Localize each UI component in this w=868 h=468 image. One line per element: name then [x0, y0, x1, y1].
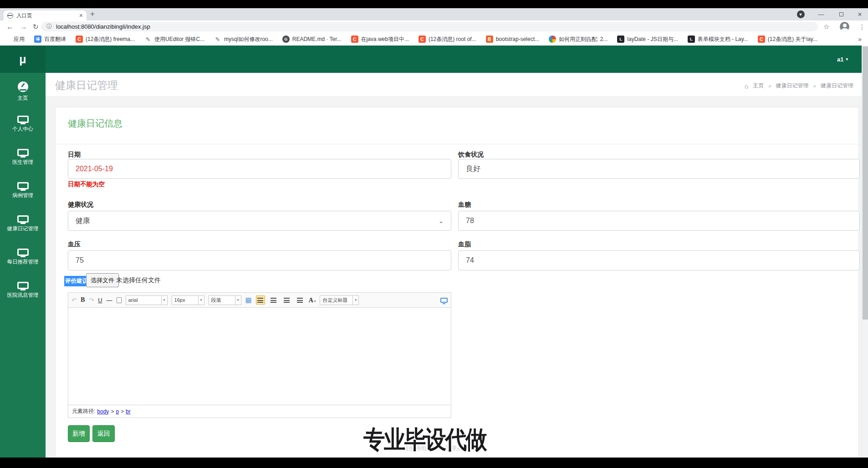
choose-file-button[interactable]: 选择文件 [86, 273, 119, 287]
blood-pressure-label: 血压 [68, 240, 451, 249]
bookmark-item[interactable]: ✎ mysql如何修改roo... [214, 36, 273, 43]
font-size-select[interactable]: 16px▾ [172, 295, 204, 305]
bookmark-star-icon[interactable]: ☆ [823, 20, 829, 33]
back-button[interactable]: ← [6, 20, 14, 33]
app-logo[interactable]: μ [0, 46, 46, 73]
bookmark-item[interactable]: L layDate - JS日期与... [617, 36, 678, 43]
bootstrap-icon: B [486, 36, 493, 43]
bookmark-item[interactable]: 如何用正则匹配: 2... [549, 36, 608, 43]
breadcrumb-home[interactable]: 主页 [753, 82, 764, 90]
insert-table-icon[interactable]: ▦ [245, 296, 252, 304]
horizontal-rule-icon[interactable]: — [107, 297, 112, 304]
browser-menu-icon[interactable]: ⋮ [859, 20, 865, 33]
page-title: 健康日记管理 [55, 78, 118, 92]
diet-label: 饮食状况 [458, 151, 860, 159]
diet-input[interactable]: 良好 [458, 159, 860, 179]
blood-lipid-label: 血脂 [458, 240, 860, 249]
blood-sugar-input[interactable]: 78 [458, 211, 860, 231]
new-tab-button[interactable]: + [90, 10, 95, 19]
sidebar-item-daily-recommend[interactable]: 每日推荐管理 [0, 243, 46, 276]
apps-grid-icon [5, 36, 11, 42]
path-link-br[interactable]: br [126, 408, 131, 415]
sidebar-item-case[interactable]: 病例管理 [0, 176, 46, 209]
address-bar[interactable]: ⓘ localhost:8080/dianzibingli/index.jsp [41, 22, 818, 31]
bookmark-item[interactable]: C (12条消息) 关于lay... [758, 36, 817, 43]
pen-icon: ✎ [214, 36, 221, 43]
custom-title-select[interactable]: 自定义标题▾ [320, 295, 359, 305]
align-justify-icon[interactable] [296, 295, 305, 305]
align-right-icon[interactable] [282, 295, 291, 305]
paragraph-select[interactable]: 段落▾ [209, 295, 241, 305]
bold-icon[interactable]: B [81, 296, 85, 304]
browser-tab[interactable]: 入口页 × [4, 10, 87, 20]
sidebar-item-doctor[interactable]: 医生管理 [0, 143, 46, 176]
scrollbar-thumb[interactable] [863, 46, 868, 320]
monitor-icon [17, 215, 29, 223]
caret-down-icon: ▾ [235, 296, 241, 305]
path-link-body[interactable]: body [97, 408, 109, 415]
breadcrumb-separator: > [813, 83, 816, 89]
path-link-p[interactable]: p [116, 408, 119, 415]
new-document-icon[interactable] [117, 297, 122, 303]
font-color-button[interactable]: A▾ [309, 296, 316, 304]
csdn-icon: C [758, 36, 765, 43]
health-select[interactable]: 健康 ⌄ [68, 211, 451, 231]
blood-sugar-label: 血糖 [458, 201, 860, 209]
bookmark-item[interactable]: C 在java web项目中... [351, 36, 409, 43]
bookmarks-overflow-icon[interactable]: » [858, 36, 862, 43]
divider [56, 144, 858, 144]
user-dropdown[interactable]: a1 ▾ [837, 46, 848, 73]
restore-button[interactable] [836, 8, 846, 20]
tab-close-icon[interactable]: × [79, 12, 83, 19]
bookmark-item[interactable]: 译 百度翻译 [34, 36, 66, 43]
caret-down-icon: ▾ [352, 296, 358, 305]
bookmark-item[interactable]: C (12条消息) freema... [76, 36, 135, 43]
bookmark-item[interactable]: C (12条消息) root of... [419, 36, 476, 43]
underline-icon[interactable]: U [98, 297, 102, 304]
dashboard-icon [18, 81, 28, 92]
align-center-icon[interactable] [269, 295, 278, 305]
bookmark-item[interactable]: B bootstrap-select... [486, 36, 539, 43]
layui-icon: L [617, 36, 624, 43]
forward-button[interactable]: → [20, 20, 27, 33]
fullscreen-icon[interactable] [440, 298, 448, 303]
blood-pressure-input[interactable]: 75 [68, 250, 451, 270]
bookmark-apps[interactable]: 应用 [5, 36, 25, 43]
back-button-form[interactable]: 返回 [92, 425, 115, 442]
media-controls-button[interactable]: ▼ [796, 8, 805, 20]
bookmark-item[interactable]: ✎ 使用UEditor 报错C... [144, 36, 204, 43]
csdn-icon: C [351, 36, 358, 43]
date-input[interactable]: 2021-05-19 [68, 159, 451, 179]
colorful-site-icon [549, 36, 556, 43]
editor-toolbar: ↶ B ↷ U — arial▾ 16px▾ 段落▾ ▦ A▾ 自定义标题▾ [68, 293, 451, 308]
redo-icon[interactable]: ↷ [89, 297, 94, 304]
sidebar-item-profile[interactable]: 个人中心 [0, 110, 46, 143]
url-text: localhost:8080/dianzibingli/index.jsp [56, 23, 150, 30]
site-info-icon[interactable]: ⓘ [46, 23, 52, 31]
bookmark-item[interactable]: L 表单模块文档 - Lay... [688, 36, 748, 43]
advice-label-highlighted: 评价建议 [64, 276, 89, 286]
align-left-icon[interactable] [256, 295, 265, 305]
sidebar-item-home[interactable]: 主页 [0, 76, 46, 110]
bookmark-item[interactable]: G README.md · Ter... [282, 36, 342, 43]
sidebar-item-health-diary[interactable]: 健康日记管理 [0, 209, 46, 243]
date-label: 日期 [68, 151, 451, 159]
blood-lipid-input[interactable]: 74 [458, 250, 860, 270]
breadcrumb: ⌂ 主页 > 健康日记管理 > 健康日记管理 [745, 82, 853, 90]
path-label: 元素路径: [72, 407, 95, 415]
editor-content-area[interactable] [68, 308, 451, 405]
editor-element-path: 元素路径: body > p > br [68, 405, 451, 417]
sidebar-item-hospital-news[interactable]: 医院讯息管理 [0, 276, 46, 309]
profile-avatar[interactable] [840, 22, 849, 31]
bookmarks-bar: 应用 译 百度翻译 C (12条消息) freema... ✎ 使用UEdito… [0, 33, 868, 46]
undo-icon[interactable]: ↶ [71, 297, 77, 304]
page-scrollbar[interactable] [862, 46, 868, 458]
add-button[interactable]: 新增 [68, 425, 90, 442]
select-chevron-icon: ⌄ [439, 218, 444, 224]
reload-button[interactable]: ↻ [33, 20, 39, 33]
form-card: 健康日记信息 日期 2021-05-19 日期不能为空 饮食状况 良好 健康状况… [55, 107, 859, 458]
close-window-button[interactable]: × [854, 8, 865, 20]
minimize-button[interactable]: — [816, 8, 826, 20]
breadcrumb-item[interactable]: 健康日记管理 [776, 82, 809, 90]
font-family-select[interactable]: arial▾ [126, 295, 168, 305]
